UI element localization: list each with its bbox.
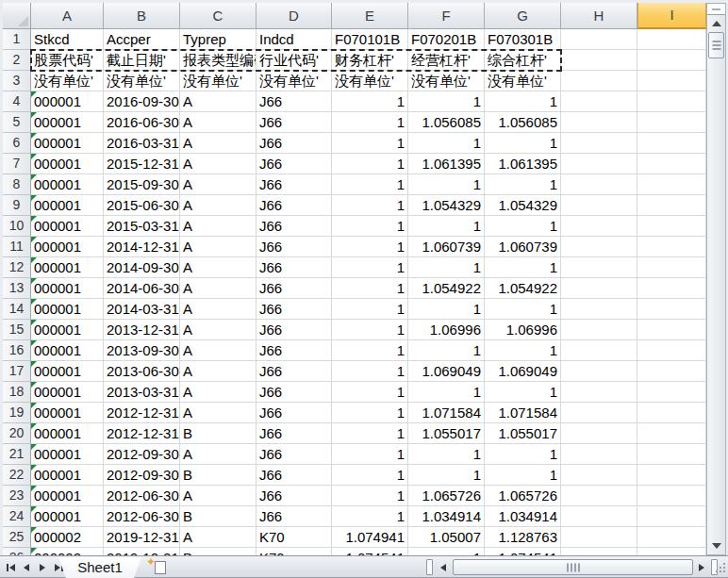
cell-i26[interactable] (637, 548, 706, 555)
cell-c20[interactable]: B (180, 423, 256, 444)
cell-i11[interactable] (637, 237, 706, 257)
cell-h21[interactable] (561, 444, 637, 465)
cell-c21[interactable]: A (180, 444, 256, 465)
cell-h6[interactable] (561, 133, 637, 154)
cell-f19[interactable]: 1.071584 (408, 403, 485, 423)
cell-a1[interactable]: Stkcd (31, 29, 104, 50)
row-header-26[interactable]: 26 (3, 548, 31, 555)
cell-g1[interactable]: F070301B (485, 29, 561, 50)
cell-d4[interactable]: J66 (256, 91, 332, 112)
cell-a26[interactable]: 000002 (31, 548, 104, 555)
cell-g20[interactable]: 1.055017 (485, 423, 561, 444)
cell-d19[interactable]: J66 (256, 403, 332, 423)
cell-b8[interactable]: 2015-09-30 (104, 174, 180, 195)
cell-e21[interactable]: 1 (332, 444, 408, 465)
cell-h14[interactable] (561, 299, 637, 320)
column-header-h[interactable]: H (561, 3, 637, 29)
cell-i25[interactable] (637, 527, 706, 548)
next-sheet-button[interactable] (36, 560, 49, 574)
cell-g9[interactable]: 1.054329 (485, 195, 561, 216)
cell-f17[interactable]: 1.069049 (408, 361, 485, 382)
cell-b7[interactable]: 2015-12-31 (104, 154, 180, 174)
cell-e20[interactable]: 1 (332, 423, 408, 444)
cell-g14[interactable]: 1 (485, 299, 561, 320)
first-sheet-button[interactable] (4, 560, 17, 574)
horizontal-scroll-thumb[interactable] (453, 559, 693, 575)
cell-f23[interactable]: 1.065726 (408, 486, 485, 506)
cell-i4[interactable] (637, 91, 706, 112)
row-header-17[interactable]: 17 (3, 361, 31, 382)
cell-d1[interactable]: Indcd (256, 29, 332, 50)
cell-g15[interactable]: 1.06996 (485, 320, 561, 340)
cell-g2[interactable]: 综合杠杆' (485, 50, 561, 71)
cell-f9[interactable]: 1.054329 (408, 195, 485, 216)
row-header-3[interactable]: 3 (3, 71, 31, 91)
cell-d22[interactable]: J66 (256, 465, 332, 486)
cell-a12[interactable]: 000001 (31, 257, 104, 278)
cell-b26[interactable]: 2019-12-31 (104, 548, 180, 555)
cell-f1[interactable]: F070201B (408, 29, 485, 50)
row-header-4[interactable]: 4 (3, 91, 31, 112)
cell-h17[interactable] (561, 361, 637, 382)
cell-h7[interactable] (561, 154, 637, 174)
cell-g24[interactable]: 1.034914 (485, 506, 561, 527)
cell-i8[interactable] (637, 174, 706, 195)
vertical-split-handle[interactable] (707, 4, 725, 15)
cell-i18[interactable] (637, 382, 706, 403)
cell-h22[interactable] (561, 465, 637, 486)
cell-d20[interactable]: J66 (256, 423, 332, 444)
cell-b20[interactable]: 2012-12-31 (104, 423, 180, 444)
cell-h4[interactable] (561, 91, 637, 112)
cell-e8[interactable]: 1 (332, 174, 408, 195)
cell-d3[interactable]: 没有单位' (256, 71, 332, 91)
row-header-8[interactable]: 8 (3, 174, 31, 195)
cell-d16[interactable]: J66 (256, 340, 332, 361)
cell-d11[interactable]: J66 (256, 237, 332, 257)
row-header-10[interactable]: 10 (3, 216, 31, 237)
cell-a18[interactable]: 000001 (31, 382, 104, 403)
cell-e4[interactable]: 1 (332, 91, 408, 112)
cell-f18[interactable]: 1 (408, 382, 485, 403)
cell-i13[interactable] (637, 278, 706, 299)
previous-sheet-button[interactable] (20, 560, 33, 574)
scroll-left-button[interactable] (437, 560, 450, 574)
cell-h24[interactable] (561, 506, 637, 527)
select-all-corner[interactable] (3, 3, 31, 29)
cell-b24[interactable]: 2012-06-30 (104, 506, 180, 527)
cell-e26[interactable]: 1.074541 (332, 548, 408, 555)
row-header-19[interactable]: 19 (3, 403, 31, 423)
cell-h11[interactable] (561, 237, 637, 257)
cell-f21[interactable]: 1 (408, 444, 485, 465)
row-header-13[interactable]: 13 (3, 278, 31, 299)
cell-g25[interactable]: 1.128763 (485, 527, 561, 548)
cell-c11[interactable]: A (180, 237, 256, 257)
cell-b22[interactable]: 2012-09-30 (104, 465, 180, 486)
cell-c9[interactable]: A (180, 195, 256, 216)
cell-g7[interactable]: 1.061395 (485, 154, 561, 174)
cell-i10[interactable] (637, 216, 706, 237)
row-header-2[interactable]: 2 (3, 50, 31, 71)
cell-a20[interactable]: 000001 (31, 423, 104, 444)
cell-d21[interactable]: J66 (256, 444, 332, 465)
cell-c1[interactable]: Typrep (180, 29, 256, 50)
cell-g26[interactable]: 1.074541 (485, 548, 561, 555)
cell-f26[interactable]: 1 (408, 548, 485, 555)
vertical-scroll-thumb[interactable] (708, 32, 724, 58)
cell-c19[interactable]: A (180, 403, 256, 423)
cell-h3[interactable] (561, 71, 637, 91)
cell-a6[interactable]: 000001 (31, 133, 104, 154)
cell-i2[interactable] (637, 50, 706, 71)
row-header-16[interactable]: 16 (3, 340, 31, 361)
cell-f5[interactable]: 1.056085 (408, 112, 485, 133)
column-header-a[interactable]: A (31, 3, 104, 29)
cell-e13[interactable]: 1 (332, 278, 408, 299)
cell-f11[interactable]: 1.060739 (408, 237, 485, 257)
cell-g8[interactable]: 1 (485, 174, 561, 195)
cell-a11[interactable]: 000001 (31, 237, 104, 257)
cell-d17[interactable]: J66 (256, 361, 332, 382)
cell-g18[interactable]: 1 (485, 382, 561, 403)
row-header-5[interactable]: 5 (3, 112, 31, 133)
cell-b13[interactable]: 2014-06-30 (104, 278, 180, 299)
cell-d13[interactable]: J66 (256, 278, 332, 299)
cell-c12[interactable]: A (180, 257, 256, 278)
